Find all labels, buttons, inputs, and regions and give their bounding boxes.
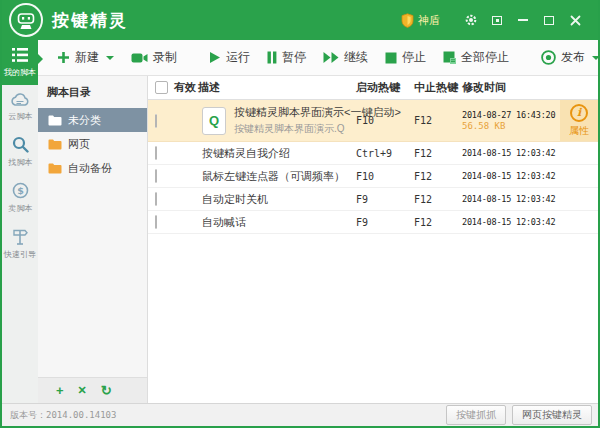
fast-forward-icon: [323, 51, 339, 64]
pause-label: 暂停: [282, 49, 306, 66]
mini-mode-icon: [492, 16, 502, 25]
play-icon: [209, 51, 221, 64]
tree-panel-title: 脚本目录: [38, 76, 147, 108]
run-label: 运行: [226, 49, 250, 66]
sidebar-item-label: 卖脚本: [8, 203, 32, 215]
sidebar-item-label: 找脚本: [8, 157, 32, 169]
sidebar: 我的脚本 云脚本 找脚本: [2, 40, 38, 403]
sidebar-item-quick-guide[interactable]: 快速引导: [2, 221, 38, 267]
run-button[interactable]: 运行: [204, 45, 255, 70]
start-hotkey: F10: [356, 115, 414, 126]
stop-all-icon: [443, 51, 456, 64]
script-title: 自动定时关机: [198, 192, 356, 207]
script-title: 鼠标左键连点器（可调频率）: [198, 169, 356, 184]
new-script-label: 新建: [75, 49, 99, 66]
publish-label: 发布: [561, 49, 585, 66]
sidebar-item-cloud-scripts[interactable]: 云脚本: [2, 85, 38, 129]
properties-button[interactable]: i 属性: [560, 100, 598, 141]
row-checkbox[interactable]: [155, 114, 157, 128]
minimize-icon: [518, 19, 528, 21]
modified-time: 2014-08-15 12:03:42: [462, 194, 598, 204]
modified-time: 2014-08-15 12:03:42: [462, 217, 598, 227]
properties-label: 属性: [569, 124, 589, 138]
stop-label: 停止: [402, 49, 426, 66]
script-file-icon: Q: [202, 107, 226, 135]
stop-all-button[interactable]: 全部停止: [438, 45, 514, 70]
row-checkbox[interactable]: [155, 192, 157, 206]
chevron-down-icon: [106, 56, 114, 60]
folder-icon: [48, 115, 62, 126]
table-row[interactable]: 自动定时关机 F9 F12 2014-08-15 12:03:42: [148, 188, 598, 211]
delete-category-button[interactable]: ✕: [78, 385, 87, 396]
pause-button[interactable]: 暂停: [262, 45, 311, 70]
publish-icon: [541, 50, 556, 65]
continue-label: 继续: [344, 49, 368, 66]
close-icon: [570, 15, 581, 26]
table-row[interactable]: 鼠标左键连点器（可调频率） F10 F12 2014-08-15 12:03:4…: [148, 165, 598, 188]
sidebar-item-label: 云脚本: [8, 111, 32, 123]
web-quickmacro-button[interactable]: 网页按键精灵: [512, 405, 592, 425]
table-row[interactable]: 自动喊话 F9 F12 2014-08-15 12:03:42: [148, 211, 598, 234]
close-button[interactable]: [562, 8, 588, 32]
app-title: 按键精灵: [52, 9, 128, 32]
title-bar: 按键精灵 神盾: [2, 0, 598, 40]
chevron-down-icon: [592, 56, 600, 60]
continue-button[interactable]: 继续: [318, 45, 373, 70]
stop-button[interactable]: 停止: [380, 45, 431, 70]
record-label: 录制: [153, 49, 177, 66]
stop-hotkey: F12: [414, 115, 462, 126]
signpost-icon: [11, 228, 29, 245]
tree-item-web[interactable]: 网页: [38, 132, 147, 156]
script-title: 按键精灵脚本界面演示<一键启动>: [234, 105, 356, 120]
script-title: 自动喊话: [198, 215, 356, 230]
maximize-button[interactable]: [536, 8, 562, 32]
tree-item-label: 网页: [68, 137, 90, 152]
shield-badge[interactable]: 神盾: [401, 13, 440, 28]
stop-all-label: 全部停止: [461, 49, 509, 66]
new-script-button[interactable]: 新建: [52, 45, 119, 70]
tree-item-auto-backup[interactable]: 自动备份: [38, 156, 147, 180]
stop-hotkey: F12: [414, 171, 462, 182]
toolbar: 新建 录制 运行: [38, 40, 598, 76]
svg-text:$: $: [17, 185, 24, 196]
modified-time: 2014-08-15 12:03:42: [462, 171, 598, 181]
select-all-checkbox[interactable]: [155, 81, 168, 94]
tree-item-label: 未分类: [68, 113, 101, 128]
stop-hotkey: F12: [414, 148, 462, 159]
row-checkbox[interactable]: [155, 215, 157, 229]
script-table: 有效 描述 启动热键 中止热键 修改时间 Q 按键精灵脚本界面演示<: [148, 76, 598, 403]
cloud-icon: [10, 92, 30, 107]
start-hotkey: Ctrl+9: [356, 148, 414, 159]
refresh-button[interactable]: ↻: [101, 384, 112, 397]
info-icon: i: [570, 104, 588, 122]
version-label: 版本号：2014.00.14103: [10, 409, 116, 422]
key-capture-button[interactable]: 按键抓抓: [446, 405, 506, 425]
script-title: 按键精灵自我介绍: [198, 146, 356, 161]
search-icon: [12, 136, 29, 153]
robot-icon: [15, 9, 37, 31]
sidebar-item-find-scripts[interactable]: 找脚本: [2, 129, 38, 175]
table-row[interactable]: Q 按键精灵脚本界面演示<一键启动> 按键精灵脚本界面演示.Q F10 F12 …: [148, 100, 598, 142]
publish-button[interactable]: 发布: [536, 45, 600, 70]
tree-item-uncategorized[interactable]: 未分类: [38, 108, 147, 132]
row-checkbox[interactable]: [155, 169, 157, 183]
record-button[interactable]: 录制: [126, 45, 182, 70]
tree-item-label: 自动备份: [68, 161, 112, 176]
maximize-icon: [544, 16, 554, 25]
table-row[interactable]: 按键精灵自我介绍 Ctrl+9 F12 2014-08-15 12:03:42: [148, 142, 598, 165]
settings-gear-button[interactable]: [458, 8, 484, 32]
stop-icon: [385, 52, 397, 64]
sidebar-item-label: 我的脚本: [4, 67, 36, 79]
plus-icon: [57, 51, 70, 64]
folder-icon: [48, 139, 62, 150]
sidebar-item-my-scripts[interactable]: 我的脚本: [2, 40, 38, 85]
column-header-valid: 有效: [174, 80, 196, 95]
column-header-modified: 修改时间: [462, 80, 598, 95]
row-checkbox[interactable]: [155, 146, 157, 160]
status-bar: 版本号：2014.00.14103 按键抓抓 网页按键精灵: [2, 403, 598, 426]
add-category-button[interactable]: +: [56, 384, 64, 397]
minimize-button[interactable]: [510, 8, 536, 32]
stop-hotkey: F12: [414, 217, 462, 228]
mini-mode-button[interactable]: [484, 8, 510, 32]
sidebar-item-sell-scripts[interactable]: $ 卖脚本: [2, 175, 38, 221]
